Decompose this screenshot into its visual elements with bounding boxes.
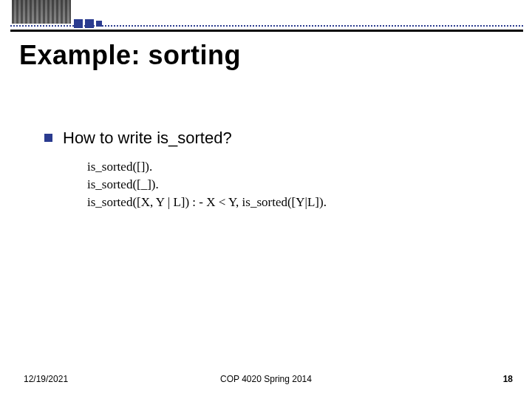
code-line: is_sorted([_]). (87, 176, 502, 194)
bullet-item: How to write is_sorted? (44, 129, 502, 148)
code-block: is_sorted([]). is_sorted([_]). is_sorted… (87, 158, 502, 211)
square-icon (74, 19, 83, 28)
bullet-text: How to write is_sorted? (63, 129, 232, 148)
header-strip (0, 0, 532, 34)
square-icon (96, 21, 102, 27)
footer-center: COP 4020 Spring 2014 (0, 374, 532, 384)
bullet-square-icon (44, 134, 52, 142)
code-line: is_sorted([X, Y | L]) : - X < Y, is_sort… (87, 194, 502, 211)
slide-title: Example: sorting (19, 40, 241, 71)
solid-rule (10, 30, 523, 32)
code-line: is_sorted([]). (87, 158, 502, 176)
decorative-squares (74, 19, 102, 28)
slide: Example: sorting How to write is_sorted?… (0, 0, 532, 399)
square-icon (85, 19, 94, 28)
decorative-building-image (12, 0, 71, 24)
footer-page-number: 18 (503, 374, 513, 384)
slide-body: How to write is_sorted? is_sorted([]). i… (44, 129, 502, 211)
